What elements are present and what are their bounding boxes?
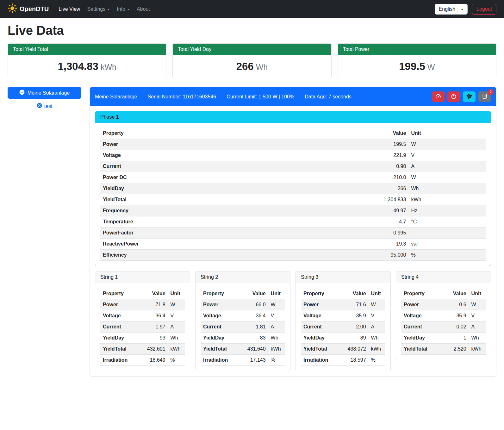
table-row: Power DC 210.0 W	[100, 172, 486, 183]
row-value: 266	[324, 183, 408, 194]
navbar-right: English Logout	[435, 4, 496, 15]
cpu-icon	[466, 93, 472, 100]
row-property: Irradiation	[301, 355, 345, 366]
row-value: 18.597	[345, 355, 369, 366]
row-property: Efficiency	[100, 250, 324, 261]
row-value: 71.6	[345, 299, 369, 310]
limit-settings-button[interactable]	[432, 91, 445, 102]
row-unit: %	[369, 355, 385, 366]
serial-number: Serial Number: 116171603546	[147, 94, 216, 100]
summary-card: Total Yield Day 266Wh	[172, 43, 331, 78]
inverter-title: Meine Solaranlage	[95, 94, 137, 100]
row-unit: A	[369, 321, 385, 333]
nav-item-settings[interactable]: Settings	[84, 4, 113, 15]
nav-item-label: Settings	[87, 6, 105, 12]
summary-card-unit: Wh	[256, 63, 268, 72]
row-property: Current	[100, 161, 324, 172]
power-settings-button[interactable]	[447, 91, 460, 102]
row-unit: Wh	[268, 333, 285, 344]
inverter-list: Meine Solaranlage test	[8, 87, 81, 109]
row-value: 1,304.833	[324, 194, 408, 205]
strings-grid: String 1 Property Value Unit	[95, 271, 491, 371]
phase-table-wrap: Property Value Unit Power	[95, 123, 491, 266]
table-row: Current 0.02 A	[401, 321, 486, 333]
row-property: Voltage	[301, 310, 345, 321]
row-property: Power	[201, 299, 245, 310]
summary-card-title: Total Yield Total	[8, 44, 166, 55]
summary-card-unit: kWh	[101, 63, 116, 72]
column-header-property: Property	[100, 128, 324, 139]
string-table: Property Value Unit Power	[100, 288, 185, 366]
row-property: Current	[201, 321, 245, 333]
table-row: YieldDay 89 Wh	[301, 333, 385, 344]
row-property: Frequency	[100, 205, 324, 216]
row-unit: A	[469, 321, 486, 333]
string-title: String 3	[296, 271, 390, 283]
table-header-row: Property Value Unit	[401, 288, 486, 299]
row-unit: V	[268, 310, 285, 321]
table-row: YieldTotal 431.640 kWh	[201, 344, 285, 355]
row-value: 83	[245, 333, 268, 344]
nav-item-live-view[interactable]: Live View	[55, 4, 84, 15]
column-header-property: Property	[100, 288, 145, 299]
summary-cards: Total Yield Total 1,304.83kWh Total Yiel…	[8, 43, 496, 78]
summary-card-title: Total Yield Day	[173, 44, 331, 55]
phase-title: Phase 1	[95, 111, 491, 123]
language-select[interactable]: English	[435, 4, 468, 15]
phase-table: Property Value Unit Power	[100, 128, 486, 261]
row-property: YieldDay	[100, 183, 324, 194]
column-header-unit: Unit	[469, 288, 486, 299]
table-row: Current 2.00 A	[301, 321, 385, 333]
event-log-button[interactable]: 2	[478, 91, 491, 102]
row-value: 1.97	[145, 321, 168, 333]
table-row: Power 199.5 W	[100, 139, 486, 150]
inverter-item-test[interactable]: test	[8, 103, 81, 109]
row-property: Power DC	[100, 172, 324, 183]
inverter-panel-body: Phase 1 Property Value Unit	[90, 106, 496, 376]
row-value: 17.143	[245, 355, 268, 366]
nav-item-about[interactable]: About	[133, 4, 153, 15]
brand[interactable]: OpenDTU	[8, 3, 49, 15]
row-unit: Hz	[408, 205, 486, 216]
row-value: 36.4	[245, 310, 268, 321]
table-row: Current 1.81 A	[201, 321, 285, 333]
table-row: YieldDay 1 Wh	[401, 333, 486, 344]
summary-card-body: 266Wh	[173, 55, 331, 78]
table-row: Voltage 35.9 V	[401, 310, 486, 321]
row-value: 49.97	[324, 205, 408, 216]
table-header-row: Property Value Unit	[100, 288, 185, 299]
data-age: Data Age: 7 seconds	[305, 94, 352, 100]
row-value: 438.072	[345, 344, 369, 355]
row-property: Irradiation	[100, 355, 145, 366]
row-value: 35.9	[450, 310, 469, 321]
row-unit: W	[469, 299, 486, 310]
row-unit	[408, 227, 486, 239]
row-property: Power	[100, 139, 324, 150]
summary-card-body: 1,304.83kWh	[8, 55, 166, 78]
language-value: English	[439, 6, 455, 12]
row-property: ReactivePower	[100, 239, 324, 250]
table-header-row: Property Value Unit	[301, 288, 385, 299]
column-header-unit: Unit	[168, 288, 185, 299]
column-header-value: Value	[345, 288, 369, 299]
x-circle-icon	[37, 103, 42, 109]
row-unit: Wh	[168, 333, 185, 344]
row-unit: W	[408, 172, 486, 183]
logout-button[interactable]: Logout	[472, 4, 496, 15]
string-table: Property Value Unit Power	[401, 288, 486, 355]
row-property: Current	[301, 321, 345, 333]
device-info-button[interactable]	[463, 91, 476, 102]
row-unit: W	[168, 299, 185, 310]
row-property: YieldTotal	[100, 194, 324, 205]
inverter-select-button[interactable]: Meine Solaranlage	[8, 87, 81, 99]
table-row: Irradiation 18.597 %	[301, 355, 385, 366]
row-unit: kWh	[369, 344, 385, 355]
row-unit: Wh	[408, 183, 486, 194]
string-title: String 1	[95, 271, 190, 283]
row-value: 432.601	[145, 344, 168, 355]
chevron-down-icon	[461, 9, 464, 10]
nav-item-info[interactable]: Info	[113, 4, 133, 15]
table-row: Voltage 221.9 V	[100, 150, 486, 161]
table-row: YieldTotal 438.072 kWh	[301, 344, 385, 355]
row-value: 4.7	[324, 216, 408, 227]
